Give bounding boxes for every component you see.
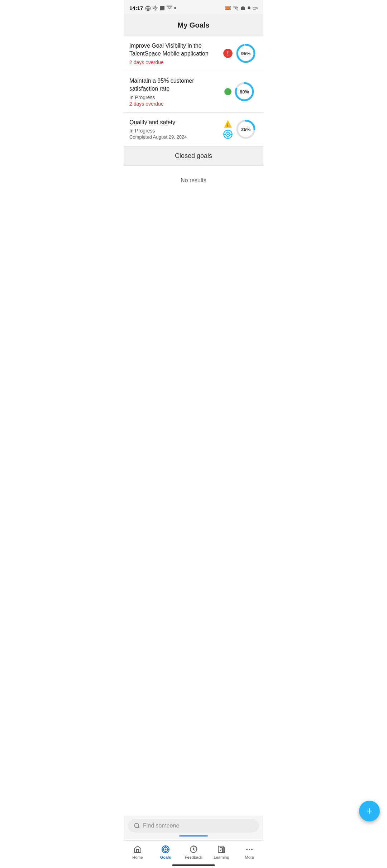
goal-1-text: Improve Goal Visibility in the TalentSpa… [129,42,222,65]
goal-2-status: In Progress [129,95,218,100]
goal-2-overdue: 2 days overdue [129,101,218,107]
goal-3-right: ! 25% [222,119,258,140]
svg-rect-5 [253,7,256,9]
alert-red-icon: ! [223,48,233,58]
svg-text:!: ! [227,122,229,127]
goal-3-text: Quality and safety In Progress Completed… [129,119,222,140]
goal-1-icons: ! 95% [223,43,257,64]
status-time: 14:17 [129,5,143,11]
goal-3-title: Quality and safety [129,119,218,126]
goal-2-progress-text: 80% [240,89,249,95]
goal-1-overdue: 2 days overdue [129,59,218,65]
svg-rect-3 [231,7,231,9]
goal-3-icon-stack: ! [223,119,233,139]
status-bar: 14:17 • [124,0,263,15]
goal-3-progress: 25% [235,119,257,140]
svg-text:!: ! [227,50,229,57]
status-left: 14:17 • [129,4,176,12]
warning-yellow-icon: ! [223,119,233,129]
goal-2-progress: 80% [234,81,255,102]
no-results: No results [124,166,263,195]
target-eye-icon [223,129,233,139]
goal-1-progress: 95% [235,43,257,64]
goal-2-title: Maintain a 95% customer satisfaction rat… [129,77,218,93]
goal-2-icons: 80% [224,81,255,102]
closed-goals-title: Closed goals [175,152,212,159]
svg-rect-4 [225,6,230,9]
closed-goals-section: Closed goals [124,146,263,166]
goal-item-1[interactable]: Improve Goal Visibility in the TalentSpa… [124,36,263,71]
dot-green-icon [224,88,231,95]
goal-item-2[interactable]: Maintain a 95% customer satisfaction rat… [124,71,263,113]
goal-2-right: 80% [222,81,258,102]
goal-3-progress-text: 25% [241,126,250,132]
svg-marker-0 [153,6,157,10]
page-title: My Goals [178,21,210,29]
svg-point-16 [227,133,229,135]
page-header: My Goals [124,15,263,36]
svg-rect-1 [160,6,164,10]
goal-2-text: Maintain a 95% customer satisfaction rat… [129,77,222,107]
status-icons: • [145,4,176,12]
goal-3-icons: ! 25% [223,119,257,140]
status-right [225,6,258,11]
goal-3-status: In Progress [129,128,218,134]
goal-item-3[interactable]: Quality and safety In Progress Completed… [124,113,263,146]
goal-3-completed: Completed August 29, 2024 [129,134,218,140]
goal-1-title: Improve Goal Visibility in the TalentSpa… [129,42,218,58]
goal-1-right: ! 95% [222,43,258,64]
goal-1-progress-text: 95% [241,51,250,56]
